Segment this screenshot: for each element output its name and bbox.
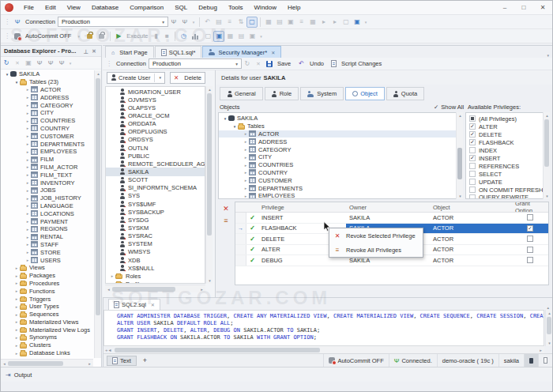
expand-icon[interactable]: ▸ (109, 273, 115, 278)
object-cell[interactable]: ACTOR (430, 234, 512, 244)
expand-icon[interactable]: ▸ (243, 147, 249, 152)
object-item-country[interactable]: ▸COUNTRY (219, 169, 462, 177)
grant-option-cell[interactable] (512, 234, 548, 244)
user-item-syskm[interactable]: SYSKM (106, 224, 205, 232)
expand-icon[interactable]: ▸ (24, 235, 31, 239)
tree-item-materialized-views[interactable]: ▸Materialized Views (1, 318, 93, 326)
tree-item-departments[interactable]: ▸DEPARTMENTS (1, 140, 93, 148)
new-connection-icon[interactable]: Ψ (12, 17, 23, 27)
autocommit-button[interactable]: AutoCommit OFF ▾ (12, 31, 84, 42)
grant-option-cell[interactable]: ✓ (512, 224, 548, 234)
undo-icon[interactable]: ↶ (202, 17, 213, 27)
privilege-index[interactable]: INDEX (466, 146, 549, 154)
toolbar-grip[interactable]: ⋮ (4, 18, 10, 25)
explorer-vscrollbar[interactable]: ▴ (94, 70, 101, 358)
object-item-sakila[interactable]: ▾SAKILA (219, 115, 462, 122)
user-item-ordplugins[interactable]: ORDPLUGINS (106, 128, 205, 136)
tab-role[interactable]: Role (265, 87, 299, 100)
step-icon[interactable]: ▸ (318, 17, 329, 27)
checkbox-icon[interactable]: ✓ (469, 155, 476, 161)
expand-icon[interactable]: ▸ (243, 139, 249, 144)
object-item-employees[interactable]: ▸EMPLOYEES (219, 192, 462, 199)
user-item-sysdg[interactable]: SYSDG (106, 216, 205, 224)
refresh-icon[interactable]: ↻ (242, 59, 253, 69)
script-changes-button[interactable]: Script Changes (329, 59, 386, 68)
expand-icon[interactable]: ▸ (13, 273, 20, 278)
user-item-orddata[interactable]: ORDDATA (106, 120, 205, 128)
tree-item-synonyms[interactable]: ▸Synonyms (1, 334, 93, 341)
expand-icon[interactable]: ▸ (24, 134, 31, 138)
expand-icon[interactable]: ▸ (24, 95, 31, 100)
sql-document-icon[interactable]: ▢ (246, 17, 258, 28)
user-item-sysbackup[interactable]: SYSBACKUP (106, 208, 205, 216)
checkbox-icon[interactable] (469, 187, 476, 193)
tree-item-views[interactable]: ▸Views (1, 264, 93, 272)
refresh-icon[interactable]: ↻ (1, 58, 12, 68)
new-window-icon[interactable]: ▣ (246, 32, 258, 41)
tree-item-customer[interactable]: ▸CUSTOMER (1, 132, 93, 140)
expand-icon[interactable]: ▸ (24, 157, 31, 162)
checkbox-icon[interactable]: ✓ (469, 123, 476, 130)
script-window-icon[interactable]: ▣ (213, 31, 224, 42)
expand-icon[interactable]: ▸ (243, 170, 249, 175)
tree-item-rental[interactable]: ▸RENTAL (1, 233, 93, 241)
row-selector[interactable] (235, 245, 246, 255)
open-folder-icon[interactable]: ≡ (224, 17, 235, 27)
tree-item-employees[interactable]: ▸EMPLOYEES (1, 148, 93, 156)
menu-file[interactable]: File (18, 2, 40, 13)
object-item-city[interactable]: ▸CITY (219, 153, 462, 161)
column-header-owner[interactable]: Owner (346, 202, 430, 212)
privilege-query-rewrite[interactable]: QUERY REWRITE (466, 194, 549, 199)
pin-icon[interactable]: ⊤ (82, 47, 90, 56)
tree-item-procedures[interactable]: ▸Procedures (1, 280, 93, 288)
tree-item-actor[interactable]: ▸ACTOR (1, 86, 93, 94)
sql-editor[interactable]: GRANT ADMINISTER DATABASE TRIGGER, CREAT… (103, 310, 544, 346)
expand-icon[interactable]: ▸ (24, 219, 31, 224)
expand-icon[interactable]: ▸ (13, 288, 20, 293)
menu-help[interactable]: Help (282, 2, 306, 13)
privilege-alter[interactable]: ✓ALTER (466, 122, 549, 130)
execute-label[interactable]: Execute (126, 32, 148, 40)
privilege-on-commit-refresh[interactable]: ON COMMIT REFRESH (466, 186, 549, 194)
tree-item-triggers[interactable]: ▸Triggers (1, 295, 93, 303)
sql2-tab[interactable]: SQL2.sql ✕ (108, 299, 160, 310)
expand-icon[interactable]: ▸ (13, 296, 20, 301)
menu-item-revoke-all-privileges[interactable]: ≡Revoke All Privileges (329, 243, 423, 257)
collapse-icon[interactable]: ▾ (231, 124, 238, 129)
user-item-sysrac[interactable]: SYSRAC (106, 232, 205, 240)
expand-icon[interactable]: ▸ (24, 111, 31, 115)
grant-option-checkbox[interactable] (527, 236, 533, 242)
tree-item-store[interactable]: ▸STORE (1, 248, 93, 256)
user-item-si-informtn-schema[interactable]: SI_INFORMTN_SCHEMA (106, 184, 205, 192)
tab-start-page[interactable]: ⌂Start Page (105, 46, 154, 58)
folder-item-profiles[interactable]: ▸Profiles (106, 280, 205, 284)
expand-icon[interactable]: ▸ (24, 87, 31, 92)
user-item-wmsys[interactable]: WMSYS (106, 248, 205, 256)
user-item-public[interactable]: PUBLIC (106, 152, 205, 160)
user-item-oracle-ocm[interactable]: ORACLE_OCM (106, 111, 205, 119)
grant-option-cell[interactable] (512, 213, 548, 223)
execute-to-cursor-icon[interactable]: ▮ (150, 32, 161, 41)
expand-icon[interactable]: ▸ (109, 281, 115, 284)
tab-system[interactable]: System (300, 87, 344, 100)
query-profiler-icon[interactable] (192, 33, 199, 40)
users-hscrollbar[interactable]: ◂ ▸ (105, 285, 205, 292)
expand-icon[interactable]: ▸ (13, 312, 20, 317)
unlock-icon[interactable] (99, 34, 104, 39)
tree-item-city[interactable]: ▸CITY (1, 109, 93, 117)
checkbox-icon[interactable] (469, 163, 476, 169)
tree-item-jobs[interactable]: ▸JOBS (1, 187, 93, 194)
expand-icon[interactable]: ▸ (24, 172, 31, 177)
tree-item-packages[interactable]: ▸Packages (1, 272, 93, 280)
status-schema[interactable]: sakila (498, 354, 524, 367)
user-item-system[interactable]: SYSTEM (106, 240, 205, 248)
object-item-tables[interactable]: ▾Tables (219, 122, 462, 130)
toolbar-grip[interactable]: ⋮ (4, 32, 10, 40)
minimize-button[interactable]: – (495, 2, 514, 13)
connect-icon[interactable]: Ψ (168, 17, 179, 27)
tree-item-users[interactable]: ▸USERS (1, 256, 93, 264)
row-selector[interactable] (235, 234, 246, 244)
status-autocommit[interactable]: AutoCommit OFF (323, 354, 388, 367)
tree-item-functions[interactable]: ▸Functions (1, 287, 93, 295)
history-clock-icon[interactable]: ◷ (178, 32, 189, 41)
